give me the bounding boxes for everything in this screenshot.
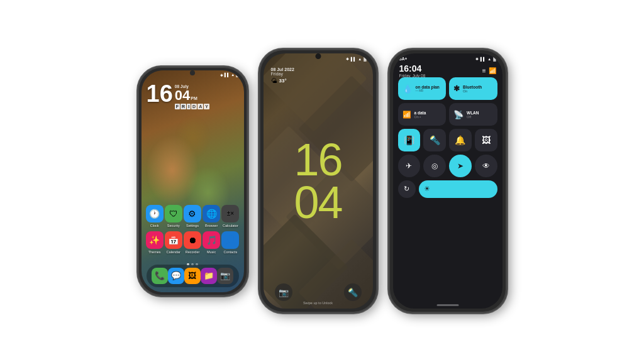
wlan-status: Off <box>467 115 479 119</box>
contacts-icon: 👤 <box>221 231 239 249</box>
header-action-icons: ≡ 📶 <box>482 67 496 74</box>
screen-tile[interactable]: 🖼 <box>475 129 497 151</box>
security-icon: 🛡 <box>165 205 182 222</box>
day-letter-r: R <box>180 104 186 109</box>
eye-button[interactable]: 👁 <box>475 155 497 177</box>
day-letter-y: Y <box>204 104 209 109</box>
calculator-label: Calculator <box>223 224 238 228</box>
small-tile-row: 📳 🔦 🔔 🖼 <box>398 129 497 151</box>
dock-phone[interactable]: 📞 <box>152 268 168 284</box>
p2-wifi-icon: ▲ <box>358 57 362 61</box>
data-plan-tile[interactable]: 💧 on data plan — MB <box>398 77 447 100</box>
day-letter-d: D <box>191 104 197 109</box>
p2-bluetooth-icon: ✱ <box>346 57 349 61</box>
app-calculator[interactable]: ±× Calculator <box>221 205 239 228</box>
lockscreen-time: 16 04 <box>294 138 341 224</box>
weather-widget: 08 Jul 2022 Friday 🌤 33° <box>271 67 294 84</box>
wlan-tile[interactable]: 📡 WLAN Off <box>449 103 497 126</box>
mobile-data-label: a data <box>414 111 426 115</box>
home-indicator[interactable] <box>436 304 458 306</box>
app-contacts[interactable]: 👤 Contacts <box>221 231 239 254</box>
wlan-icon: 📡 <box>453 110 464 119</box>
notification-tile[interactable]: 🔔 <box>449 129 472 151</box>
vibrate-tile[interactable]: 📳 <box>398 129 421 151</box>
lockscreen-date: 08 Jul 2022 <box>271 67 294 72</box>
day-letter-f: F <box>175 104 180 109</box>
music-icon: 🎵 <box>203 231 220 249</box>
app-recorder[interactable]: ⏺ Recorder <box>184 231 201 254</box>
app-settings[interactable]: ⚙ Settings <box>184 205 201 228</box>
lockscreen-day: Friday <box>271 72 294 76</box>
bluetooth-tile[interactable]: ✱ Bluetooth On <box>449 77 497 100</box>
calendar-icon: 📅 <box>165 231 182 249</box>
flashlight-tile[interactable]: 🔦 <box>423 129 446 151</box>
airplane-button[interactable]: ✈ <box>398 155 421 177</box>
data-tile-text: on data plan — MB <box>416 85 440 92</box>
weather-icon: 🌤 <box>271 77 277 84</box>
p3-battery-icon: ▓ <box>493 57 496 61</box>
tile-row-1: 💧 on data plan — MB ✱ Bluetooth On <box>398 77 497 100</box>
sliders-icon[interactable]: ≡ <box>482 67 486 74</box>
p3-status-icons: ✱ ▌▌ ▲ ▓ <box>475 57 496 61</box>
camera-quick-launch[interactable]: 📷 <box>275 283 292 301</box>
app-clock[interactable]: 🕐 Clock <box>146 205 164 228</box>
bt-tile-text: Bluetooth On <box>463 85 482 93</box>
themes-label: Themes <box>148 250 161 254</box>
temperature: 33° <box>279 78 287 84</box>
p2-battery-icon: ▓ <box>364 57 366 61</box>
clock-widget: 16 08 July 04 PM F R I D A <box>147 82 209 109</box>
settings-label: Settings <box>186 224 199 228</box>
brightness-slider[interactable]: ☀ <box>419 180 497 198</box>
wifi-settings-icon[interactable]: 📶 <box>489 67 496 74</box>
flashlight-quick-launch[interactable]: 🔦 <box>344 283 362 301</box>
dock-camera[interactable]: 📷 <box>217 268 233 284</box>
app-music[interactable]: 🎵 Music <box>203 231 220 254</box>
app-browser[interactable]: 🌐 Browser <box>203 205 220 228</box>
day-letter-a: A <box>197 104 203 109</box>
brightness-icon: ☀ <box>424 185 430 193</box>
lockscreen-minute: 04 <box>294 181 341 224</box>
mobile-data-status: On • <box>414 115 426 119</box>
p3-bluetooth-icon: ✱ <box>475 57 479 61</box>
calculator-icon: ±× <box>221 205 239 222</box>
round-btn-row: ✈ ◎ ➤ 👁 <box>398 155 497 177</box>
browser-label: Browser <box>205 224 218 228</box>
phone-controlcenter: SA+ ✱ ▌▌ ▲ ▓ 16:04 Friday, July 08 ≡ 📶 <box>389 49 507 313</box>
data-drop-icon: 💧 <box>402 84 413 94</box>
settings-icon: ⚙ <box>184 205 201 222</box>
bluetooth-status-icon: ✱ <box>220 73 223 77</box>
dock-gallery[interactable]: 🖼 <box>184 268 201 284</box>
focus-button[interactable]: ◎ <box>423 155 446 177</box>
front-camera-p2 <box>315 53 321 59</box>
dock-files[interactable]: 📁 <box>201 268 217 284</box>
swipe-hint: Swipe up to Unlock <box>303 301 333 305</box>
phone-lockscreen: ✱ ▌▌ ▲ ▓ 08 Jul 2022 Friday 🌤 33° 16 04 <box>259 49 377 313</box>
p3-status-bar: SA+ ✱ ▌▌ ▲ ▓ <box>399 57 496 61</box>
app-calendar[interactable]: 📅 Calendar <box>165 231 182 254</box>
music-label: Music <box>207 250 216 254</box>
brightness-row: ↻ ☀ <box>398 180 497 198</box>
app-grid: 🕐 Clock 🛡 Security ⚙ Settings 🌐 Browser <box>142 205 244 258</box>
status-left-space: ·· <box>147 73 148 77</box>
contacts-label: Contacts <box>223 250 237 254</box>
clock-minute: 04 <box>175 89 190 102</box>
p3-wifi-icon: ▲ <box>487 57 491 61</box>
bluetooth-icon: ✱ <box>453 84 460 93</box>
bluetooth-status: On <box>463 89 482 93</box>
front-camera <box>190 70 195 75</box>
app-row-2: ✨ Themes 📅 Calendar ⏺ Recorder 🎵 Music <box>145 231 240 254</box>
location-button[interactable]: ➤ <box>449 155 472 177</box>
app-themes[interactable]: ✨ Themes <box>146 231 164 254</box>
recorder-label: Recorder <box>186 250 200 254</box>
themes-icon: ✨ <box>146 231 164 249</box>
clock-ampm: PM <box>191 96 197 101</box>
browser-icon: 🌐 <box>203 205 220 222</box>
control-time: 16:04 <box>399 63 426 74</box>
refresh-button[interactable]: ↻ <box>398 180 416 198</box>
app-security[interactable]: 🛡 Security <box>165 205 182 228</box>
data-plan-label: on data plan <box>416 85 440 89</box>
day-badge: F R I D A Y <box>175 104 209 109</box>
app-row-1: 🕐 Clock 🛡 Security ⚙ Settings 🌐 Browser <box>145 205 240 228</box>
dock-messages[interactable]: 💬 <box>168 268 184 284</box>
mobile-data-tile[interactable]: 📶 a data On • <box>398 103 447 126</box>
